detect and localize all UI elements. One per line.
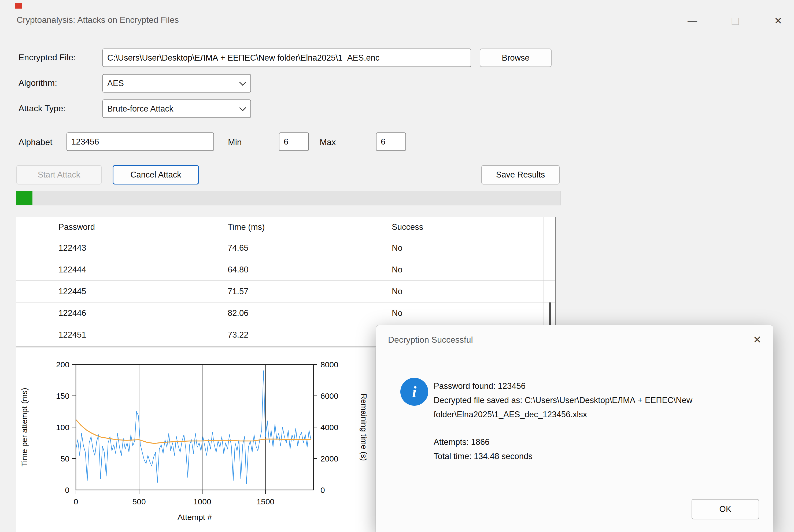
svg-text:0: 0 xyxy=(74,497,78,506)
dialog-body: Password found: 123456 Decrypted file sa… xyxy=(434,379,769,463)
row-selector-header[interactable] xyxy=(16,217,52,237)
ok-button[interactable]: OK xyxy=(692,499,759,519)
info-icon: i xyxy=(400,378,428,406)
column-header-password[interactable]: Password xyxy=(52,217,221,237)
table-scrollbar-thumb[interactable] xyxy=(549,302,551,328)
min-label: Min xyxy=(228,137,242,147)
row-selector-cell[interactable] xyxy=(16,259,52,281)
ok-button-label: OK xyxy=(719,505,732,514)
svg-text:Attempt #: Attempt # xyxy=(177,513,212,521)
attempts-line: Attempts: 1866 xyxy=(434,435,769,449)
saved-file-line: Decrypted file saved as: C:\Users\User\D… xyxy=(434,393,769,421)
total-time-line: Total time: 134.48 seconds xyxy=(434,449,769,463)
svg-text:200: 200 xyxy=(56,360,70,369)
row-selector-cell[interactable] xyxy=(16,324,52,346)
svg-text:8000: 8000 xyxy=(320,360,338,369)
max-label: Max xyxy=(320,137,336,147)
progress-fill xyxy=(16,191,33,205)
success-cell: No xyxy=(385,237,544,259)
window-title: Cryptoanalysis: Attacks on Encrypted Fil… xyxy=(17,15,179,25)
alphabet-input[interactable] xyxy=(67,132,214,151)
table-row[interactable]: 122446 82.06 No xyxy=(16,302,555,324)
svg-text:500: 500 xyxy=(132,497,146,506)
browse-button-label: Browse xyxy=(502,53,529,63)
column-header-time[interactable]: Time (ms) xyxy=(221,217,385,237)
time-cell: 73.22 xyxy=(221,324,385,346)
table-row[interactable]: 122445 71.57 No xyxy=(16,281,555,302)
chevron-down-icon xyxy=(239,79,246,86)
dialog-close-button[interactable]: ✕ xyxy=(748,331,767,348)
password-cell: 122451 xyxy=(52,324,221,346)
chevron-down-icon xyxy=(239,104,246,111)
min-input[interactable] xyxy=(279,132,309,151)
minimize-button[interactable]: — xyxy=(681,11,704,31)
browse-button[interactable]: Browse xyxy=(480,49,552,67)
svg-text:100: 100 xyxy=(56,423,70,432)
cancel-attack-button[interactable]: Cancel Attack xyxy=(113,165,199,185)
svg-text:Time per attempt (ms): Time per attempt (ms) xyxy=(20,388,29,467)
success-cell: No xyxy=(385,281,544,302)
algorithm-label: Algorithm: xyxy=(19,78,57,88)
column-header-success[interactable]: Success xyxy=(385,217,544,237)
algorithm-select[interactable]: AES xyxy=(102,74,251,93)
password-cell: 122446 xyxy=(52,302,221,324)
attack-chart-panel: 0501001502000200040006000800005001000150… xyxy=(16,348,375,532)
attack-type-select[interactable]: Brute-force Attack xyxy=(102,99,251,118)
row-selector-cell[interactable] xyxy=(16,237,52,259)
svg-text:0: 0 xyxy=(65,486,70,494)
save-results-label: Save Results xyxy=(496,170,545,180)
svg-text:150: 150 xyxy=(56,392,70,400)
time-cell: 64.80 xyxy=(221,259,385,281)
svg-text:50: 50 xyxy=(61,454,70,463)
scrollbar-gutter-header xyxy=(544,217,555,237)
encrypted-file-input[interactable] xyxy=(102,49,471,67)
save-results-button[interactable]: Save Results xyxy=(481,165,560,185)
alphabet-label: Alphabet xyxy=(19,137,52,147)
svg-text:1000: 1000 xyxy=(193,497,211,506)
decryption-dialog: Decryption Successful ✕ i Password found… xyxy=(376,325,773,532)
table-row[interactable]: 122443 74.65 No xyxy=(16,237,555,259)
max-input[interactable] xyxy=(376,132,406,151)
svg-text:Remaining time (s): Remaining time (s) xyxy=(360,393,368,461)
row-selector-cell[interactable] xyxy=(16,302,52,324)
password-cell: 122445 xyxy=(52,281,221,302)
row-selector-cell[interactable] xyxy=(16,281,52,302)
minimize-icon: — xyxy=(687,15,697,26)
attack-chart: 0501001502000200040006000800005001000150… xyxy=(16,348,375,532)
svg-text:2000: 2000 xyxy=(320,454,338,463)
svg-text:4000: 4000 xyxy=(320,423,338,432)
progress-bar xyxy=(16,191,561,205)
cancel-attack-label: Cancel Attack xyxy=(130,170,181,180)
maximize-button[interactable]: □ xyxy=(724,11,746,31)
time-cell: 71.57 xyxy=(221,281,385,302)
maximize-icon: □ xyxy=(732,14,739,27)
dialog-title: Decryption Successful xyxy=(388,335,473,345)
password-cell: 122444 xyxy=(52,259,221,281)
time-cell: 74.65 xyxy=(221,237,385,259)
encrypted-file-label: Encrypted File: xyxy=(19,53,76,62)
password-cell: 122443 xyxy=(52,237,221,259)
time-cell: 82.06 xyxy=(221,302,385,324)
start-attack-button[interactable]: Start Attack xyxy=(16,165,102,185)
app-icon xyxy=(15,3,22,8)
password-found-line: Password found: 123456 xyxy=(434,379,769,393)
attack-type-value: Brute-force Attack xyxy=(107,104,173,114)
success-cell: No xyxy=(385,302,544,324)
attack-type-label: Attack Type: xyxy=(19,103,66,113)
svg-text:0: 0 xyxy=(320,486,325,494)
success-cell: No xyxy=(385,259,544,281)
table-header-row: Password Time (ms) Success xyxy=(16,217,555,237)
svg-text:1500: 1500 xyxy=(257,497,275,506)
close-button[interactable]: ✕ xyxy=(767,11,790,31)
svg-text:6000: 6000 xyxy=(320,392,338,400)
start-attack-label: Start Attack xyxy=(38,170,80,180)
close-icon: ✕ xyxy=(774,15,782,26)
close-icon: ✕ xyxy=(753,334,761,346)
table-row[interactable]: 122444 64.80 No xyxy=(16,259,555,281)
algorithm-value: AES xyxy=(107,79,124,88)
